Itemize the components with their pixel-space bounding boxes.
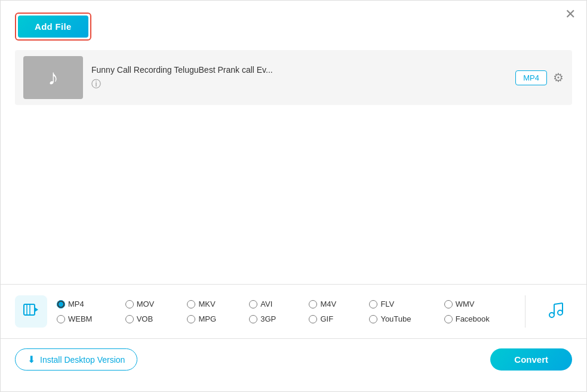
video-icon [23,301,39,322]
close-button[interactable]: ✕ [565,8,576,21]
file-title: Funny Call Recording TeluguBest Prank ca… [91,65,507,75]
format-option-3gp[interactable]: 3GP [249,314,297,323]
format-option-m4v[interactable]: M4V [309,300,357,308]
format-radio-3gp[interactable] [249,315,257,323]
download-icon: ⬇ [27,354,35,365]
convert-button[interactable]: Convert [490,348,572,371]
file-thumbnail: ♪ [23,56,83,99]
format-radio-youtube[interactable] [369,315,377,323]
format-label-m4v: M4V [320,300,336,308]
format-label-webm: WEBM [68,314,92,323]
footer: ⬇ Install Desktop Version Convert [1,339,586,380]
svg-marker-1 [35,307,38,312]
format-radio-vob[interactable] [125,315,134,323]
format-option-avi[interactable]: AVI [249,300,297,308]
settings-icon[interactable]: ⚙ [553,70,564,85]
format-label-vob: VOB [137,314,153,323]
file-actions: MP4 ⚙ [515,70,564,85]
format-radio-m4v[interactable] [309,300,317,308]
format-badge[interactable]: MP4 [515,70,547,85]
file-list: ♪ Funny Call Recording TeluguBest Prank … [15,50,572,105]
svg-rect-0 [24,304,35,315]
format-option-mov[interactable]: MOV [125,300,176,308]
format-radio-facebook[interactable] [444,315,453,323]
info-icon[interactable]: ⓘ [91,79,101,89]
format-radio-avi[interactable] [249,300,257,308]
format-options-grid: MP4 MOV MKV AVI M4V FLV WMV WEBM VOB MPG [57,300,511,323]
format-option-mp4[interactable]: MP4 [57,300,113,308]
format-radio-mkv[interactable] [187,300,195,308]
format-label-gif: GIF [320,314,333,323]
vertical-divider [525,295,525,328]
format-option-youtube[interactable]: YouTube [369,314,432,323]
file-info: Funny Call Recording TeluguBest Prank ca… [91,65,507,91]
format-option-gif[interactable]: GIF [309,314,357,323]
format-option-facebook[interactable]: Facebook [444,314,511,323]
format-label-mpg: MPG [198,314,216,323]
music-note-icon: ♪ [48,65,59,90]
file-item: ♪ Funny Call Recording TeluguBest Prank … [15,50,572,105]
format-radio-webm[interactable] [57,315,65,323]
format-option-mpg[interactable]: MPG [187,314,237,323]
format-option-vob[interactable]: VOB [125,314,176,323]
format-radio-flv[interactable] [369,300,377,308]
install-label: Install Desktop Version [40,355,125,365]
format-radio-gif[interactable] [309,315,317,323]
format-section: MP4 MOV MKV AVI M4V FLV WMV WEBM VOB MPG [1,285,586,339]
audio-note-icon [547,301,565,323]
format-icon-box[interactable] [15,295,47,328]
format-radio-mov[interactable] [125,300,134,308]
format-option-mkv[interactable]: MKV [187,300,237,308]
format-option-wmv[interactable]: WMV [444,300,511,308]
svg-point-4 [549,313,554,317]
format-radio-mpg[interactable] [187,315,195,323]
format-option-webm[interactable]: WEBM [57,314,113,323]
middle-area [1,105,586,284]
svg-line-8 [554,303,563,304]
format-label-wmv: WMV [456,300,475,308]
format-label-mov: MOV [137,300,155,308]
format-radio-wmv[interactable] [444,300,453,308]
format-label-facebook: Facebook [456,314,490,323]
format-label-youtube: YouTube [380,314,411,323]
install-desktop-button[interactable]: ⬇ Install Desktop Version [15,348,137,371]
format-label-avi: AVI [260,300,272,308]
format-label-mkv: MKV [198,300,215,308]
format-radio-mp4[interactable] [57,300,65,308]
format-option-flv[interactable]: FLV [369,300,432,308]
audio-icon-box[interactable] [540,295,572,328]
format-label-flv: FLV [380,300,394,308]
add-file-button[interactable]: Add File [18,16,88,38]
format-label-mp4: MP4 [68,300,84,308]
svg-point-5 [558,310,563,315]
add-file-wrapper: Add File [15,13,91,41]
top-area: Add File [1,1,586,50]
format-label-3gp: 3GP [260,314,276,323]
